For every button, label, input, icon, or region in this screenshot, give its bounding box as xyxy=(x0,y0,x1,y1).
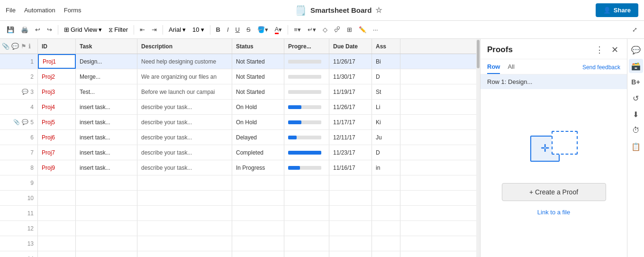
table-row[interactable]: 4Proj4insert task...describe your task..… xyxy=(0,100,480,115)
col-header-id[interactable]: ID xyxy=(38,39,76,54)
send-feedback-link[interactable]: Send feedback xyxy=(582,64,620,73)
link-button[interactable]: ◇ xyxy=(320,24,330,35)
cell-description[interactable]: Need help designing custome xyxy=(137,54,232,69)
cell-id[interactable] xyxy=(38,206,76,220)
cell-description[interactable] xyxy=(137,206,232,220)
cell-id[interactable]: Proj9 xyxy=(38,160,76,175)
scrollbar-thumb[interactable] xyxy=(477,40,480,68)
cell-assigned[interactable]: in xyxy=(372,160,400,175)
table-row[interactable]: 11 xyxy=(0,206,480,221)
cell-progress[interactable] xyxy=(284,206,329,220)
menu-file[interactable]: File xyxy=(6,7,16,14)
indent-icon[interactable]: ⇤ xyxy=(137,24,148,35)
cell-due-date[interactable] xyxy=(329,191,372,205)
cell-due-date[interactable] xyxy=(329,236,372,251)
cell-description[interactable] xyxy=(137,251,232,257)
table-row[interactable]: 💬3Proj3Test...Before we launch our campa… xyxy=(0,84,480,100)
cell-status[interactable] xyxy=(232,236,284,251)
font-size-dropdown[interactable]: 10 ▾ xyxy=(190,24,207,35)
cell-progress[interactable] xyxy=(284,191,329,205)
cell-due-date[interactable] xyxy=(329,206,372,220)
comment-button[interactable]: 🗪 xyxy=(331,24,343,35)
cell-status[interactable]: Not Started xyxy=(232,69,284,84)
cell-task[interactable]: insert task... xyxy=(76,115,137,129)
cell-description[interactable] xyxy=(137,175,232,190)
cell-description[interactable]: Before we launch our campai xyxy=(137,84,232,99)
proofs-close-button[interactable]: ✕ xyxy=(609,44,620,56)
table-row[interactable]: 13 xyxy=(0,236,480,251)
download-sidebar-btn[interactable]: ⬇ xyxy=(629,107,643,121)
tab-row[interactable]: Row xyxy=(487,63,500,74)
cell-task[interactable]: Test... xyxy=(76,84,137,99)
outdent-icon[interactable]: ⇥ xyxy=(149,24,160,35)
cell-status[interactable]: Completed xyxy=(232,145,284,160)
cell-progress[interactable] xyxy=(284,84,329,99)
table-row[interactable]: 6Proj6insert task...describe your task..… xyxy=(0,130,480,145)
cell-id[interactable] xyxy=(38,236,76,251)
cell-id[interactable]: Proj1 xyxy=(38,54,76,69)
col-header-progress[interactable]: Progre... xyxy=(284,39,329,54)
align-button[interactable]: ≡▾ xyxy=(291,24,304,35)
cell-status[interactable]: On Hold xyxy=(232,115,284,129)
cell-description[interactable] xyxy=(137,236,232,251)
cell-progress[interactable] xyxy=(284,221,329,236)
menu-automation[interactable]: Automation xyxy=(24,7,55,14)
cell-status[interactable] xyxy=(232,221,284,236)
cell-id[interactable]: Proj5 xyxy=(38,115,76,129)
cell-id[interactable] xyxy=(38,251,76,257)
history-sidebar-btn[interactable]: ↺ xyxy=(629,91,643,105)
cell-progress[interactable] xyxy=(284,115,329,129)
sheet-scrollbar[interactable] xyxy=(476,39,480,257)
cell-due-date[interactable] xyxy=(329,251,372,257)
cell-due-date[interactable]: 11/17/17 xyxy=(329,115,372,129)
cell-assigned[interactable] xyxy=(372,206,400,220)
cell-progress[interactable] xyxy=(284,175,329,190)
cell-id[interactable] xyxy=(38,175,76,190)
cell-description[interactable]: describe your task... xyxy=(137,130,232,145)
cell-due-date[interactable] xyxy=(329,175,372,190)
table-row[interactable]: 10 xyxy=(0,191,480,206)
star-icon[interactable]: ☆ xyxy=(375,6,382,15)
bold-button[interactable]: B xyxy=(213,24,223,35)
table-row[interactable]: 7Proj7insert task...describe your task..… xyxy=(0,145,480,160)
cell-status[interactable]: Not Started xyxy=(232,84,284,99)
cell-progress[interactable] xyxy=(284,160,329,175)
strikethrough-button[interactable]: S xyxy=(244,24,254,35)
cell-status[interactable]: In Progress xyxy=(232,160,284,175)
cell-progress[interactable] xyxy=(284,236,329,251)
redo-icon[interactable]: ↪ xyxy=(44,24,55,35)
table-row[interactable]: 8Proj9insert task...describe your task..… xyxy=(0,160,480,175)
cell-progress[interactable] xyxy=(284,54,329,69)
cell-task[interactable] xyxy=(76,221,137,236)
cell-task[interactable]: insert task... xyxy=(76,160,137,175)
col-header-desc[interactable]: Description xyxy=(137,39,232,54)
table-button[interactable]: ⊞ xyxy=(344,24,355,35)
underline-button[interactable]: U xyxy=(233,24,243,35)
cell-due-date[interactable]: 12/11/17 xyxy=(329,130,372,145)
cell-task[interactable]: Merge... xyxy=(76,69,137,84)
cell-description[interactable]: describe your task... xyxy=(137,160,232,175)
layers-sidebar-btn[interactable]: 🗃️ xyxy=(629,59,643,73)
chat-sidebar-btn[interactable]: 💬 xyxy=(629,43,643,57)
cell-description[interactable]: describe your task... xyxy=(137,115,232,129)
print-icon[interactable]: 🖨️ xyxy=(18,24,31,35)
cell-assigned[interactable]: Ki xyxy=(372,115,400,129)
cell-id[interactable]: Proj6 xyxy=(38,130,76,145)
cell-status[interactable] xyxy=(232,251,284,257)
col-header-status[interactable]: Status xyxy=(232,39,284,54)
table-row[interactable]: 📎💬5Proj5insert task...describe your task… xyxy=(0,115,480,130)
cell-task[interactable]: Design... xyxy=(76,54,137,69)
cell-task[interactable] xyxy=(76,251,137,257)
italic-button[interactable]: I xyxy=(224,24,232,35)
cell-assigned[interactable]: St xyxy=(372,84,400,99)
cell-id[interactable]: Proj4 xyxy=(38,100,76,114)
cell-task[interactable] xyxy=(76,191,137,205)
table-row[interactable]: 9 xyxy=(0,175,480,191)
cell-progress[interactable] xyxy=(284,130,329,145)
cell-status[interactable]: Delayed xyxy=(232,130,284,145)
cell-id[interactable]: Proj2 xyxy=(38,69,76,84)
table-row[interactable]: 14 xyxy=(0,251,480,257)
cell-progress[interactable] xyxy=(284,251,329,257)
cell-assigned[interactable]: Ju xyxy=(372,130,400,145)
cell-assigned[interactable] xyxy=(372,251,400,257)
